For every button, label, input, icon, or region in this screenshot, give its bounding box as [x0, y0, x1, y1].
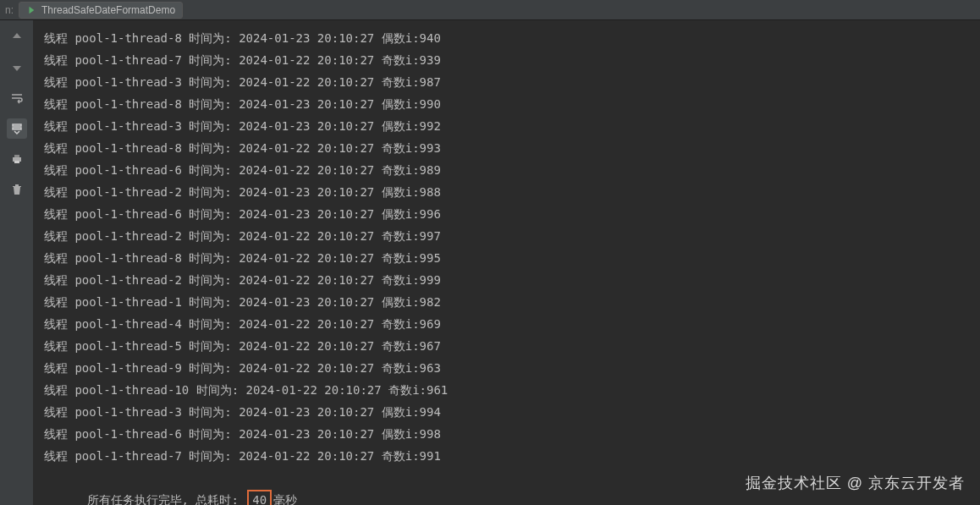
summary-highlight: 40 [247, 490, 272, 505]
log-line: 线程 pool-1-thread-6 时间为: 2024-01-23 20:10… [44, 203, 980, 225]
scroll-to-end-icon[interactable] [7, 118, 27, 139]
log-line: 线程 pool-1-thread-8 时间为: 2024-01-23 20:10… [44, 27, 980, 49]
summary-line: 所有任务执行完毕, 总耗时: 40毫秒 [44, 467, 980, 505]
console-output[interactable]: 线程 pool-1-thread-8 时间为: 2024-01-23 20:10… [34, 20, 980, 505]
log-line: 线程 pool-1-thread-9 时间为: 2024-01-22 20:10… [44, 357, 980, 379]
log-line: 线程 pool-1-thread-8 时间为: 2024-01-22 20:10… [44, 247, 980, 269]
run-tool-header: n: ThreadSafeDateFormatDemo [0, 0, 980, 20]
summary-suffix: 毫秒 [273, 493, 297, 505]
svg-rect-1 [14, 155, 19, 157]
log-line: 线程 pool-1-thread-7 时间为: 2024-01-22 20:10… [44, 49, 980, 71]
log-line: 线程 pool-1-thread-3 时间为: 2024-01-23 20:10… [44, 115, 980, 137]
up-stack-icon[interactable] [7, 27, 27, 47]
log-line: 线程 pool-1-thread-8 时间为: 2024-01-22 20:10… [44, 137, 980, 159]
main-area: 线程 pool-1-thread-8 时间为: 2024-01-23 20:10… [0, 20, 980, 505]
print-icon[interactable] [7, 149, 27, 169]
log-line: 线程 pool-1-thread-2 时间为: 2024-01-22 20:10… [44, 269, 980, 291]
run-config-tab[interactable]: ThreadSafeDateFormatDemo [19, 2, 183, 19]
log-line: 线程 pool-1-thread-4 时间为: 2024-01-22 20:10… [44, 313, 980, 335]
log-line: 线程 pool-1-thread-3 时间为: 2024-01-23 20:10… [44, 401, 980, 423]
down-stack-icon[interactable] [7, 58, 27, 78]
log-line: 线程 pool-1-thread-5 时间为: 2024-01-22 20:10… [44, 335, 980, 357]
run-config-title: ThreadSafeDateFormatDemo [41, 4, 175, 16]
run-icon [26, 5, 36, 15]
log-line: 线程 pool-1-thread-6 时间为: 2024-01-23 20:10… [44, 423, 980, 445]
log-line: 线程 pool-1-thread-7 时间为: 2024-01-22 20:10… [44, 445, 980, 467]
summary-prefix: 所有任务执行完毕, 总耗时: [87, 493, 246, 505]
log-line: 线程 pool-1-thread-2 时间为: 2024-01-23 20:10… [44, 181, 980, 203]
trash-icon[interactable] [7, 179, 27, 200]
soft-wrap-icon[interactable] [7, 88, 27, 108]
console-sidebar [0, 20, 34, 505]
log-line: 线程 pool-1-thread-6 时间为: 2024-01-22 20:10… [44, 159, 980, 181]
log-line: 线程 pool-1-thread-3 时间为: 2024-01-22 20:10… [44, 71, 980, 93]
svg-rect-2 [14, 161, 19, 163]
header-prefix: n: [5, 4, 14, 16]
log-line: 线程 pool-1-thread-1 时间为: 2024-01-23 20:10… [44, 291, 980, 313]
log-line: 线程 pool-1-thread-10 时间为: 2024-01-22 20:1… [44, 379, 980, 401]
log-line: 线程 pool-1-thread-2 时间为: 2024-01-22 20:10… [44, 225, 980, 247]
log-line: 线程 pool-1-thread-8 时间为: 2024-01-23 20:10… [44, 93, 980, 115]
